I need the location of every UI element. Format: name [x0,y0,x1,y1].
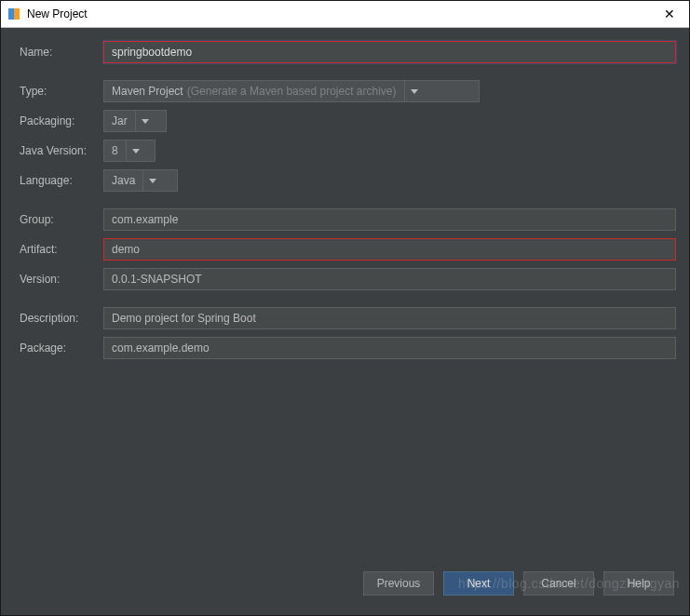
row-language: Language: Java [20,169,676,192]
svg-rect-1 [14,8,20,20]
packaging-dropdown-button[interactable] [135,111,155,131]
row-type: Type: Maven Project (Generate a Maven ba… [20,80,676,102]
artifact-value: demo [112,238,140,261]
intellij-logo-icon [7,7,21,21]
cancel-label: Cancel [541,577,575,590]
row-package: Package: com.example.demo [20,337,676,359]
close-button[interactable]: ✕ [656,1,683,27]
artifact-input[interactable]: demo [103,238,676,261]
previous-button[interactable]: Previous [363,571,434,596]
row-java-version: Java Version: 8 [20,140,676,162]
dialog-title: New Project [27,7,656,20]
name-input[interactable]: springbootdemo [103,41,676,63]
row-artifact: Artifact: demo [20,238,676,261]
version-value: 0.0.1-SNAPSHOT [112,268,202,290]
package-label: Package: [20,341,103,355]
type-dropdown-button[interactable] [404,81,424,101]
java-version-value: 8 [112,144,118,157]
row-version: Version: 0.0.1-SNAPSHOT [20,268,676,290]
package-input[interactable]: com.example.demo [103,337,676,359]
version-input[interactable]: 0.0.1-SNAPSHOT [103,268,676,290]
chevron-down-icon [142,119,149,124]
title-bar: New Project ✕ [1,1,689,28]
cancel-button[interactable]: Cancel [523,571,594,596]
packaging-value: Jar [112,114,128,127]
group-label: Group: [20,213,103,226]
description-value: Demo project for Spring Boot [112,307,256,329]
type-select[interactable]: Maven Project (Generate a Maven based pr… [103,80,480,102]
row-group: Group: com.example [20,208,676,231]
type-label: Type: [20,85,103,98]
packaging-select[interactable]: Jar [103,110,167,132]
type-hint: (Generate a Maven based project archive) [187,85,397,98]
language-value: Java [112,174,135,187]
help-button[interactable]: Help [603,571,674,596]
language-dropdown-button[interactable] [142,170,162,191]
language-select[interactable]: Java [103,169,178,192]
language-label: Language: [20,174,103,187]
row-name: Name: springbootdemo [20,41,676,63]
java-version-dropdown-button[interactable] [126,141,145,161]
name-label: Name: [20,46,103,59]
dialog-window: New Project ✕ Name: springbootdemo Type:… [0,0,690,616]
chevron-down-icon [132,149,140,154]
svg-rect-0 [8,8,14,20]
package-value: com.example.demo [112,337,210,359]
next-label: Next [467,577,491,590]
java-version-select[interactable]: 8 [103,140,156,162]
help-label: Help [628,577,651,590]
description-input[interactable]: Demo project for Spring Boot [103,307,676,329]
chevron-down-icon [149,179,156,183]
next-button[interactable]: Next [443,571,514,596]
chevron-down-icon [411,89,418,94]
previous-label: Previous [377,577,421,590]
row-description: Description: Demo project for Spring Boo… [20,307,676,329]
row-packaging: Packaging: Jar [20,110,676,132]
dialog-body: Name: springbootdemo Type: Maven Project… [1,28,689,560]
name-value: springbootdemo [112,41,192,63]
packaging-label: Packaging: [20,114,103,127]
java-version-label: Java Version: [20,144,103,157]
version-label: Version: [20,273,103,286]
button-bar: Previous Next Cancel Help [1,560,689,615]
type-value: Maven Project [112,85,183,98]
description-label: Description: [20,312,103,325]
artifact-label: Artifact: [20,243,103,256]
group-value: com.example [112,208,178,231]
group-input[interactable]: com.example [103,208,676,231]
close-icon: ✕ [664,7,675,21]
